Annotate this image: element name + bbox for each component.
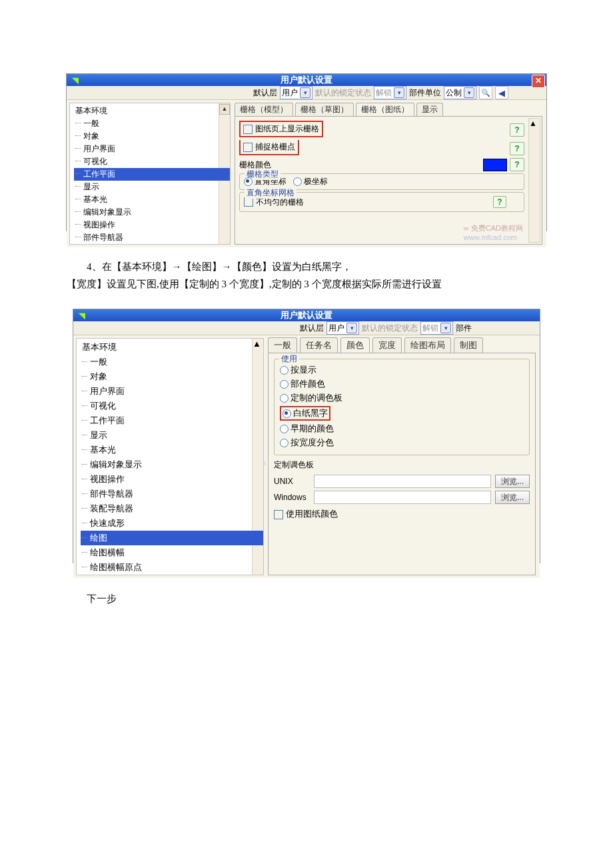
watermark-logo: ∞ 免费CAD教程网www.mfcad.com <box>464 223 523 241</box>
highlight-box: 图纸页上显示栅格 <box>239 121 323 137</box>
screenshot-settings-1: ◥ 用户默认设置 ✕ 默认层 用户▾ 默认的锁定状态 解锁▾ 部件单位 公制▾ … <box>66 73 547 231</box>
color-swatch[interactable] <box>483 159 507 171</box>
tab-sketch-grid[interactable]: 栅格（草图） <box>295 103 354 116</box>
radio-polar[interactable] <box>293 177 302 186</box>
tree-item-selected[interactable]: 绘图 <box>81 531 263 545</box>
tree-item[interactable]: 一般 <box>81 355 263 369</box>
scrollbar[interactable]: ▲ <box>528 118 540 243</box>
tree-item[interactable]: 用户界面 <box>74 143 230 155</box>
tree-item[interactable]: 基本光 <box>81 443 263 457</box>
tab-model-grid[interactable]: 栅格（模型） <box>235 103 293 116</box>
radio-part-color[interactable] <box>280 380 289 389</box>
window-title: 用户默认设置 <box>281 309 332 321</box>
help-icon[interactable]: ? <box>510 142 524 155</box>
options-bar: 默认层 用户▾ 默认的锁定状态 解锁▾ 部件 <box>73 321 540 335</box>
tab-drafting[interactable]: 制图 <box>454 337 483 353</box>
checkbox-use-sheet-color[interactable] <box>274 510 283 519</box>
tree-item[interactable]: 可视化 <box>74 155 230 168</box>
title-bar: ◥ 用户默认设置 ✕ <box>67 74 546 86</box>
highlight-box: 白纸黑字 <box>280 406 330 421</box>
tree-item[interactable]: 视图操作 <box>81 472 263 487</box>
chevron-down-icon: ▾ <box>346 323 357 333</box>
tab-width[interactable]: 宽度 <box>372 337 402 353</box>
radio-by-display[interactable] <box>280 366 289 375</box>
tree-item[interactable]: 基本光 <box>74 193 230 206</box>
radio-custom-palette[interactable] <box>280 394 289 403</box>
radio-by-width[interactable] <box>280 439 289 447</box>
radio-cartesian[interactable] <box>244 177 253 186</box>
tree-item[interactable]: 可视化 <box>81 399 263 413</box>
windows-path-input[interactable] <box>314 491 491 504</box>
tree-item-selected[interactable]: 工作平面 <box>74 168 230 181</box>
tree-item[interactable]: 显示 <box>81 428 263 443</box>
cartesian-grid-group: 直角坐标网格 不均匀的栅格 ? <box>239 192 524 212</box>
tab-taskname[interactable]: 任务名 <box>300 337 338 353</box>
chevron-down-icon: ▾ <box>464 87 474 98</box>
lock-label: 默认的锁定状态 <box>315 87 371 99</box>
palette-label: 定制调色板 <box>274 459 530 471</box>
screenshot-settings-2: ◥ 用户默认设置 默认层 用户▾ 默认的锁定状态 解锁▾ 部件 www.bdoc… <box>73 309 540 563</box>
tree-item[interactable]: 部件导航器 <box>81 487 263 501</box>
tab-drawing-grid[interactable]: 栅格（图纸） <box>356 103 414 116</box>
tree-item[interactable]: 装配导航器 <box>81 501 263 516</box>
radio-legacy-color[interactable] <box>280 425 289 433</box>
unit-select[interactable]: 公制▾ <box>444 86 476 99</box>
tree-item[interactable]: 显示 <box>74 181 230 193</box>
group-title: 使用 <box>279 353 299 365</box>
radio-black-white[interactable] <box>283 409 291 418</box>
checkbox-snap-grid[interactable] <box>243 143 253 152</box>
chevron-down-icon: ▾ <box>394 87 404 98</box>
level-select[interactable]: 用户▾ <box>326 321 359 335</box>
tree-item[interactable]: 编辑对象显示 <box>81 457 263 472</box>
tree-root[interactable]: 基本环境 <box>74 105 230 117</box>
tree-item[interactable]: 编辑对象显示 <box>74 206 230 219</box>
tree-item[interactable]: 快速成形 <box>81 516 263 531</box>
footer-text: 下一步 <box>67 590 533 607</box>
level-label: 默认层 <box>253 87 277 99</box>
tree-item[interactable]: 绘图横幅原点 <box>81 560 263 575</box>
app-icon: ◥ <box>69 74 81 86</box>
tree-item[interactable]: 部件导航器 <box>74 231 230 244</box>
tree-root[interactable]: 基本环境 <box>81 340 263 355</box>
unix-label: UNIX <box>274 477 310 486</box>
tree-item[interactable]: 用户界面 <box>81 384 263 399</box>
flag-icon[interactable]: ◀ <box>495 86 508 99</box>
part-label: 部件 <box>456 323 472 334</box>
title-bar: ◥ 用户默认设置 <box>73 309 540 321</box>
browse-button[interactable]: 浏览... <box>495 475 530 488</box>
lock-select[interactable]: 解锁▾ <box>374 86 406 99</box>
binoculars-icon[interactable]: 🔍 <box>479 86 492 99</box>
scroll-up-icon[interactable]: ▲ <box>529 119 540 128</box>
tab-color[interactable]: 颜色 <box>340 337 370 353</box>
tab-layout[interactable]: 绘图布局 <box>404 337 451 353</box>
help-icon[interactable]: ? <box>510 158 524 171</box>
help-icon[interactable]: ? <box>510 123 524 137</box>
highlight-box: 捕捉格栅点 <box>239 140 299 155</box>
chevron-down-icon: ▾ <box>300 87 310 98</box>
checkbox-uneven-grid[interactable] <box>244 197 253 207</box>
checkbox-show-grid[interactable] <box>243 125 253 134</box>
tree-item[interactable]: 视图操作 <box>74 219 230 231</box>
level-select[interactable]: 用户▾ <box>280 86 312 99</box>
tab-panel: 使用 按显示 部件颜色 定制的调色板 白纸黑字 早期的颜色 按宽度分色 定制调色… <box>268 353 536 575</box>
group-title: 直角坐标网格 <box>245 187 297 199</box>
close-icon[interactable]: ✕ <box>532 75 545 88</box>
tree-item[interactable]: 绘图横幅 <box>81 545 263 560</box>
tree-item[interactable]: 一般 <box>74 117 230 130</box>
tree-item[interactable]: 工作平面 <box>81 413 263 428</box>
unix-path-input[interactable] <box>314 475 491 488</box>
help-icon[interactable]: ? <box>493 196 506 208</box>
tree-item[interactable]: 对象 <box>81 369 263 384</box>
tab-bar: 栅格（模型） 栅格（草图） 栅格（图纸） 显示 <box>235 103 542 116</box>
document-text: 4、在【基本环境】→【绘图】→【颜色】设置为白纸黑字， 【宽度】设置见下图,使用… <box>67 258 533 293</box>
tab-display[interactable]: 显示 <box>416 103 443 116</box>
category-tree[interactable]: ▲ 基本环境 一般 对象 用户界面 可视化 工作平面 显示 基本光 编辑对象显示… <box>76 338 264 575</box>
tab-panel: ▲ 图纸页上显示栅格 ? 捕捉格栅点 ? 栅格颜色 <box>235 116 542 245</box>
category-tree[interactable]: ▲ 基本环境 一般 对象 用户界面 可视化 工作平面 显示 基本光 编辑对象显示… <box>69 103 231 245</box>
lock-select[interactable]: 解锁▾ <box>420 321 453 335</box>
unit-label: 部件单位 <box>409 87 441 99</box>
browse-button[interactable]: 浏览... <box>495 491 530 504</box>
app-icon: ◥ <box>76 309 88 321</box>
tree-item[interactable]: 对象 <box>74 130 230 143</box>
tab-general[interactable]: 一般 <box>268 337 297 353</box>
